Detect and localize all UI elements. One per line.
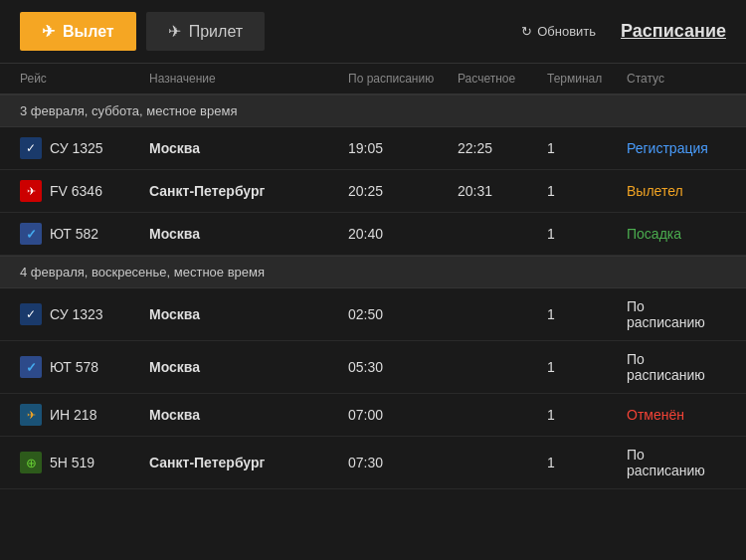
flight-status: По расписанию [627,447,726,478]
flight-status: По расписанию [627,298,726,330]
table-row[interactable]: СУ 1325Москва19:0522:251Регистрация [0,127,746,170]
airline-icon-aeroflot [20,137,42,159]
flight-number-cell: ИН 218 [20,404,149,426]
col-status: Статус [627,72,726,86]
flight-number-cell: СУ 1325 [20,137,149,159]
tab-arrival[interactable]: ✈ Прилет [146,12,265,51]
flight-number-cell: ЮТ 578 [20,356,149,378]
flight-number: FV 6346 [50,183,102,199]
flight-terminal: 1 [547,140,627,156]
flight-destination: Санкт-Петербург [149,183,348,199]
col-flight: Рейс [20,72,149,86]
table-header: Рейс Назначение По расписанию Расчетное … [0,64,746,94]
col-estimated: Расчетное [458,72,547,86]
refresh-button[interactable]: ↻ Обновить [521,24,596,39]
flight-scheduled: 20:40 [348,226,458,242]
col-scheduled: По расписанию [348,72,458,86]
flight-status: Отменён [627,407,726,423]
flight-scheduled: 07:00 [348,407,458,423]
refresh-label: Обновить [537,24,596,39]
schedule-link[interactable]: Расписание [621,21,726,42]
date-row-1: 4 февраля, воскресенье, местное время [0,256,746,288]
flight-destination: Санкт-Петербург [149,455,348,470]
flight-terminal: 1 [547,407,627,423]
flight-number: СУ 1325 [50,140,103,156]
date-row-0: 3 февраля, суббота, местное время [0,94,746,127]
app-container: ✈ Вылет ✈ Прилет ↻ Обновить Расписание Р… [0,0,746,489]
flight-estimated: 20:31 [458,183,547,199]
flight-terminal: 1 [547,226,627,242]
flight-scheduled: 07:30 [348,455,458,470]
airline-icon-rossiya [20,180,42,202]
arrival-plane-icon: ✈ [168,22,181,41]
airline-icon-aeroflot [20,303,42,325]
flight-number: ЮТ 582 [50,226,98,242]
tab-arrival-label: Прилет [189,23,243,41]
table-row[interactable]: FV 6346Санкт-Петербург20:2520:311Вылетел [0,170,746,213]
flight-destination: Москва [149,226,348,242]
flight-destination: Москва [149,359,348,375]
table-row[interactable]: СУ 1323Москва02:501По расписанию [0,288,746,341]
table-row[interactable]: ЮТ 578Москва05:301По расписанию [0,341,746,394]
flight-number: ЮТ 578 [50,359,98,375]
flight-status: По расписанию [627,351,726,383]
flight-terminal: 1 [547,183,627,199]
col-destination: Назначение [149,72,348,86]
flight-number-cell: 5Н 519 [20,452,149,473]
flight-number-cell: СУ 1323 [20,303,149,325]
flight-status: Регистрация [627,140,726,156]
col-terminal: Терминал [547,72,627,86]
refresh-icon: ↻ [521,24,532,39]
tab-departure-label: Вылет [63,23,114,41]
table-row[interactable]: 5Н 519Санкт-Петербург07:301По расписанию [0,437,746,489]
flights-container: 3 февраля, суббота, местное времяСУ 1325… [0,94,746,489]
flight-scheduled: 02:50 [348,306,458,322]
departure-plane-icon: ✈ [42,22,55,41]
airline-icon-siberia [20,452,42,473]
flight-status: Посадка [627,226,726,242]
flight-status: Вылетел [627,183,726,199]
flight-scheduled: 19:05 [348,140,458,156]
flight-estimated: 22:25 [458,140,547,156]
airline-icon-utair [20,356,42,378]
flight-number: ИН 218 [50,407,96,423]
flight-scheduled: 05:30 [348,359,458,375]
table-row[interactable]: ИН 218Москва07:001Отменён [0,394,746,437]
flight-destination: Москва [149,407,348,423]
flight-number-cell: FV 6346 [20,180,149,202]
flight-terminal: 1 [547,455,627,470]
flight-number-cell: ЮТ 582 [20,223,149,245]
flight-number: 5Н 519 [50,455,94,470]
flight-number: СУ 1323 [50,306,103,322]
table-row[interactable]: ЮТ 582Москва20:401Посадка [0,213,746,256]
flight-destination: Москва [149,306,348,322]
header: ✈ Вылет ✈ Прилет ↻ Обновить Расписание [0,0,746,64]
flight-terminal: 1 [547,359,627,375]
flight-terminal: 1 [547,306,627,322]
tab-departure[interactable]: ✈ Вылет [20,12,136,51]
airline-icon-indigo [20,404,42,426]
flight-destination: Москва [149,140,348,156]
airline-icon-utair [20,223,42,245]
flight-scheduled: 20:25 [348,183,458,199]
